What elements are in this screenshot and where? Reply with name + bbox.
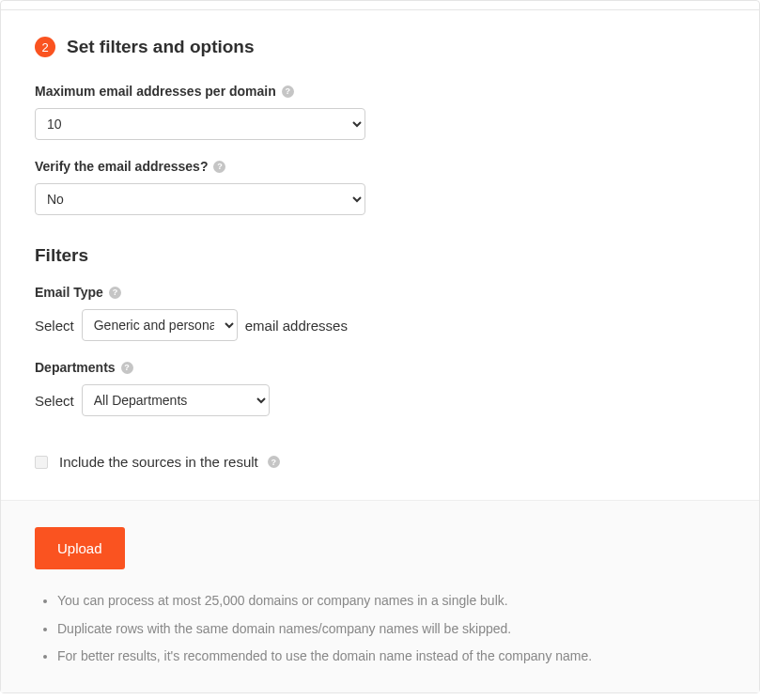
section-header: 2 Set filters and options: [35, 37, 725, 57]
include-sources-label: Include the sources in the result ?: [59, 454, 280, 470]
email-type-select[interactable]: Generic and personal: [82, 309, 238, 341]
step-number-badge: 2: [35, 37, 55, 57]
email-type-prefix: Select: [35, 318, 74, 334]
upload-button[interactable]: Upload: [35, 527, 125, 569]
include-sources-checkbox[interactable]: [35, 456, 48, 469]
max-emails-select[interactable]: 10: [35, 108, 365, 140]
email-type-suffix: email addresses: [245, 318, 348, 334]
help-icon[interactable]: ?: [282, 86, 294, 98]
help-icon[interactable]: ?: [268, 456, 280, 468]
filters-title: Filters: [35, 245, 725, 266]
verify-label: Verify the email addresses? ?: [35, 159, 725, 174]
section-title: Set filters and options: [67, 37, 255, 57]
max-emails-label-text: Maximum email addresses per domain: [35, 84, 276, 99]
upload-notes: You can process at most 25,000 domains o…: [35, 592, 725, 666]
email-type-label: Email Type ?: [35, 285, 725, 300]
note-item: You can process at most 25,000 domains o…: [57, 592, 725, 611]
include-sources-label-text: Include the sources in the result: [59, 454, 258, 470]
verify-label-text: Verify the email addresses?: [35, 159, 208, 174]
note-item: For better results, it's recommended to …: [57, 647, 725, 666]
help-icon[interactable]: ?: [121, 362, 133, 374]
max-emails-label: Maximum email addresses per domain ?: [35, 84, 725, 99]
departments-prefix: Select: [35, 393, 74, 409]
departments-select[interactable]: All Departments: [82, 384, 270, 416]
note-item: Duplicate rows with the same domain name…: [57, 620, 725, 639]
verify-select[interactable]: No: [35, 183, 365, 215]
email-type-label-text: Email Type: [35, 285, 103, 300]
help-icon[interactable]: ?: [213, 161, 225, 173]
departments-label-text: Departments: [35, 360, 116, 375]
departments-label: Departments ?: [35, 360, 725, 375]
help-icon[interactable]: ?: [109, 287, 121, 299]
